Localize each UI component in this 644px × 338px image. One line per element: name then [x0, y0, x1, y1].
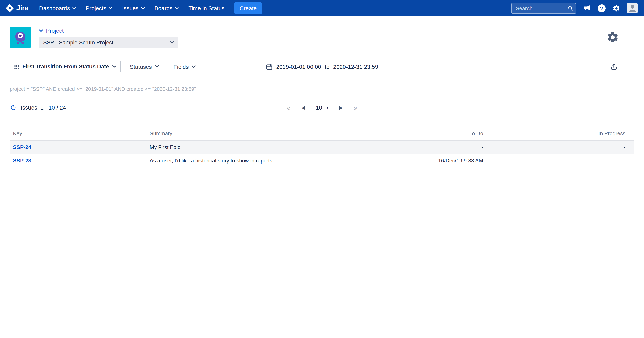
caret-down-icon: ▾ — [327, 106, 328, 109]
feedback-megaphone-icon[interactable] — [583, 4, 591, 12]
chevron-down-icon — [175, 7, 178, 9]
chevron-down-icon — [112, 65, 116, 68]
issue-key-cell: SSP-24 — [10, 141, 146, 154]
create-button[interactable]: Create — [234, 3, 262, 14]
issues-count: Issues: 1 - 10 / 24 — [10, 104, 66, 111]
admin-gear-icon[interactable] — [612, 4, 620, 12]
chevron-down-icon — [39, 29, 43, 32]
jira-time-in-status-page: Jira Dashboards Projects Issues Boards T… — [0, 0, 644, 169]
issue-key-link[interactable]: SSP-24 — [13, 144, 31, 150]
column-header-inprogress[interactable]: In Progress — [483, 128, 634, 141]
issues-count-label: Issues: 1 - 10 / 24 — [21, 104, 66, 111]
issue-key-cell: SSP-23 — [10, 154, 146, 167]
project-avatar[interactable] — [10, 27, 31, 50]
issue-summary: As a user, I'd like a historical story t… — [146, 154, 362, 167]
date-from: 2019-01-01 00:00 — [276, 63, 321, 70]
jira-logo[interactable]: Jira — [6, 4, 29, 12]
column-header-summary[interactable]: Summary — [146, 128, 362, 141]
nav-item-label: Time in Status — [188, 5, 224, 12]
nav-right-cluster: ? — [511, 3, 638, 14]
calendar-icon — [266, 63, 272, 70]
nav-item-dashboards[interactable]: Dashboards — [34, 0, 81, 16]
issue-summary: My First Epic — [146, 141, 362, 154]
project-select[interactable]: SSP - Sample Scrum Project — [39, 37, 178, 48]
project-header: Project SSP - Sample Scrum Project — [0, 16, 644, 50]
fields-label: Fields — [174, 63, 189, 70]
table-row: SSP-24My First Epic-- — [10, 141, 634, 154]
nav-item-label: Issues — [122, 5, 139, 12]
fields-dropdown[interactable]: Fields — [174, 63, 196, 70]
date-to: 2020-12-31 23:59 — [333, 63, 378, 70]
issue-key-link[interactable]: SSP-23 — [13, 157, 31, 163]
table-header-row: Key Summary To Do In Progress — [10, 128, 634, 141]
issues-table-body: SSP-24My First Epic--SSP-23As a user, I'… — [10, 141, 634, 169]
page-size-value: 10 — [316, 104, 322, 111]
nav-item-label: Boards — [154, 5, 173, 12]
top-navigation: Jira Dashboards Projects Issues Boards T… — [0, 0, 644, 16]
statuses-dropdown[interactable]: Statuses — [130, 63, 159, 70]
table-row: SSP-23As a user, I'd like a historical s… — [10, 154, 634, 167]
last-page-button[interactable]: » — [354, 104, 358, 111]
nav-item-time-in-status[interactable]: Time in Status — [184, 0, 230, 16]
chevron-down-icon — [170, 41, 174, 44]
pagination-row-top: Issues: 1 - 10 / 24 « ◀ 10 ▾ ▶ » — [10, 102, 634, 113]
report-type-label: First Transition From Status Date — [22, 64, 109, 70]
help-icon[interactable]: ? — [598, 4, 606, 12]
todo-date: - — [362, 141, 483, 154]
nav-item-label: Projects — [86, 5, 106, 12]
date-range-picker[interactable]: 2019-01-01 00:00 to 2020-12-31 23:59 — [266, 63, 378, 70]
chevron-down-icon — [109, 7, 112, 9]
column-header-key[interactable]: Key — [10, 128, 146, 141]
project-label: Project — [46, 27, 64, 34]
chevron-down-icon — [192, 65, 196, 68]
first-page-button[interactable]: « — [287, 104, 290, 111]
report-type-dropdown[interactable]: First Transition From Status Date — [10, 61, 121, 73]
inprogress-date: - — [483, 141, 634, 154]
chevron-down-icon — [141, 7, 145, 9]
brand-name: Jira — [16, 4, 29, 12]
chevron-down-icon — [72, 7, 76, 9]
chevron-down-icon — [155, 65, 159, 68]
next-page-button[interactable]: ▶ — [340, 105, 343, 110]
search-box[interactable] — [511, 3, 576, 14]
jql-query-text: project = "SSP" AND created >= "2019-01-… — [10, 86, 634, 92]
issue-key-cell: SSP-22 — [10, 167, 146, 169]
page-size-select[interactable]: 10 ▾ — [316, 104, 328, 111]
inprogress-date: - — [483, 154, 634, 167]
date-to-word: to — [325, 63, 330, 70]
settings-gear-icon[interactable] — [606, 31, 619, 45]
todo-date: 14/Dec/19 7:55 AM — [362, 167, 483, 169]
user-avatar[interactable] — [627, 3, 638, 14]
jira-mark-icon — [6, 4, 14, 12]
pagination: « ◀ 10 ▾ ▶ » — [287, 104, 358, 111]
divider — [0, 78, 644, 78]
nav-item-projects[interactable]: Projects — [81, 0, 117, 16]
statuses-label: Statuses — [130, 63, 152, 70]
export-icon[interactable] — [610, 63, 617, 70]
refresh-icon[interactable] — [10, 104, 17, 111]
todo-date: 16/Dec/19 9:33 AM — [362, 154, 483, 167]
project-select-value: SSP - Sample Scrum Project — [43, 40, 114, 46]
table-row: SSP-22As a user, I'd like a historical s… — [10, 167, 634, 169]
project-breadcrumb[interactable]: Project — [39, 27, 178, 34]
search-icon[interactable] — [568, 5, 574, 11]
issues-table: Key Summary To Do In Progress SSP-24My F… — [10, 128, 634, 169]
nav-item-issues[interactable]: Issues — [117, 0, 150, 16]
report-toolbar: First Transition From Status Date Status… — [0, 61, 644, 73]
prev-page-button[interactable]: ◀ — [301, 105, 305, 110]
project-meta: Project SSP - Sample Scrum Project — [39, 27, 178, 48]
inprogress-date: - — [483, 167, 634, 169]
column-header-todo[interactable]: To Do — [362, 128, 483, 141]
nav-item-boards[interactable]: Boards — [150, 0, 184, 16]
issue-summary: As a user, I'd like a historical story t… — [146, 167, 362, 169]
grid-icon — [14, 64, 19, 69]
nav-item-label: Dashboards — [39, 5, 70, 12]
search-input[interactable] — [511, 3, 576, 14]
